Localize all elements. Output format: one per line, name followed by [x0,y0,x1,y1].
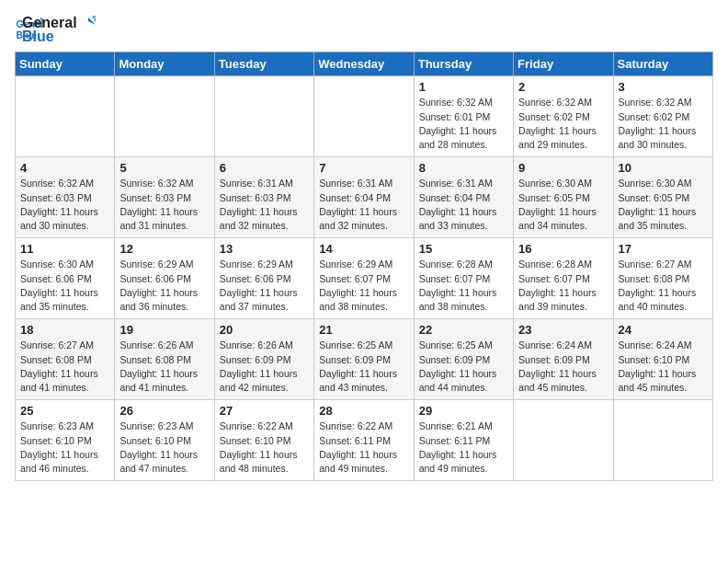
calendar-cell [115,76,214,157]
day-info: Sunrise: 6:32 AMSunset: 6:02 PMDaylight:… [619,96,708,152]
calendar-cell: 8Sunrise: 6:31 AMSunset: 6:04 PMDaylight… [414,157,513,238]
calendar-cell: 27Sunrise: 6:22 AMSunset: 6:10 PMDayligh… [214,400,313,481]
calendar-cell [314,76,414,157]
day-info: Sunrise: 6:30 AMSunset: 6:05 PMDaylight:… [518,177,608,233]
day-info: Sunrise: 6:30 AMSunset: 6:05 PMDaylight:… [619,177,708,233]
day-info: Sunrise: 6:23 AMSunset: 6:10 PMDaylight:… [20,419,109,476]
day-info: Sunrise: 6:28 AMSunset: 6:07 PMDaylight:… [518,258,608,314]
col-header-thursday: Thursday [414,52,513,76]
calendar-cell: 14Sunrise: 6:29 AMSunset: 6:07 PMDayligh… [314,238,414,319]
day-number: 4 [20,161,109,175]
day-info: Sunrise: 6:32 AMSunset: 6:02 PMDaylight:… [518,96,608,152]
day-info: Sunrise: 6:24 AMSunset: 6:09 PMDaylight:… [518,339,608,395]
calendar-cell: 13Sunrise: 6:29 AMSunset: 6:06 PMDayligh… [214,238,313,319]
day-number: 11 [20,242,109,256]
day-number: 1 [419,80,508,94]
calendar-cell: 15Sunrise: 6:28 AMSunset: 6:07 PMDayligh… [414,238,513,319]
calendar-cell: 11Sunrise: 6:30 AMSunset: 6:06 PMDayligh… [16,238,115,319]
day-info: Sunrise: 6:30 AMSunset: 6:06 PMDaylight:… [20,258,109,314]
col-header-wednesday: Wednesday [314,52,414,76]
calendar-cell [613,400,712,481]
day-info: Sunrise: 6:31 AMSunset: 6:04 PMDaylight:… [319,177,408,233]
logo: General Blue General Blue [15,15,97,44]
col-header-saturday: Saturday [613,52,712,76]
calendar-cell: 1Sunrise: 6:32 AMSunset: 6:01 PMDaylight… [414,76,513,157]
day-info: Sunrise: 6:22 AMSunset: 6:10 PMDaylight:… [220,419,309,476]
day-number: 17 [619,242,708,256]
calendar-cell: 3Sunrise: 6:32 AMSunset: 6:02 PMDaylight… [613,76,712,157]
calendar-cell: 20Sunrise: 6:26 AMSunset: 6:09 PMDayligh… [214,319,313,400]
day-number: 24 [619,323,708,337]
day-number: 5 [119,161,209,175]
calendar-cell: 24Sunrise: 6:24 AMSunset: 6:10 PMDayligh… [613,319,712,400]
calendar-cell: 9Sunrise: 6:30 AMSunset: 6:05 PMDaylight… [514,157,613,238]
day-info: Sunrise: 6:31 AMSunset: 6:04 PMDaylight:… [419,177,508,233]
day-number: 18 [20,323,109,337]
calendar-cell: 17Sunrise: 6:27 AMSunset: 6:08 PMDayligh… [613,238,712,319]
calendar-table: SundayMondayTuesdayWednesdayThursdayFrid… [15,52,713,481]
day-info: Sunrise: 6:31 AMSunset: 6:03 PMDaylight:… [220,177,309,233]
col-header-friday: Friday [514,52,613,76]
calendar-cell: 23Sunrise: 6:24 AMSunset: 6:09 PMDayligh… [514,319,613,400]
calendar-cell: 2Sunrise: 6:32 AMSunset: 6:02 PMDaylight… [514,76,613,157]
calendar-cell: 4Sunrise: 6:32 AMSunset: 6:03 PMDaylight… [16,157,115,238]
day-info: Sunrise: 6:25 AMSunset: 6:09 PMDaylight:… [419,339,508,395]
day-number: 16 [518,242,608,256]
day-info: Sunrise: 6:26 AMSunset: 6:09 PMDaylight:… [220,339,309,395]
day-info: Sunrise: 6:22 AMSunset: 6:11 PMDaylight:… [319,419,408,476]
day-number: 28 [319,404,408,418]
day-number: 22 [419,323,508,337]
day-number: 9 [518,161,608,175]
day-number: 14 [319,242,408,256]
calendar-cell: 6Sunrise: 6:31 AMSunset: 6:03 PMDaylight… [214,157,313,238]
day-number: 25 [20,404,109,418]
calendar-cell: 19Sunrise: 6:26 AMSunset: 6:08 PMDayligh… [115,319,214,400]
day-info: Sunrise: 6:32 AMSunset: 6:03 PMDaylight:… [20,177,109,233]
calendar-cell: 21Sunrise: 6:25 AMSunset: 6:09 PMDayligh… [314,319,414,400]
calendar-cell: 16Sunrise: 6:28 AMSunset: 6:07 PMDayligh… [514,238,613,319]
day-info: Sunrise: 6:28 AMSunset: 6:07 PMDaylight:… [419,258,508,314]
day-number: 6 [220,161,309,175]
calendar-cell: 28Sunrise: 6:22 AMSunset: 6:11 PMDayligh… [314,400,414,481]
calendar-cell: 26Sunrise: 6:23 AMSunset: 6:10 PMDayligh… [115,400,214,481]
day-info: Sunrise: 6:24 AMSunset: 6:10 PMDaylight:… [619,339,708,395]
calendar-cell [16,76,115,157]
day-number: 26 [119,404,209,418]
calendar-cell: 22Sunrise: 6:25 AMSunset: 6:09 PMDayligh… [414,319,513,400]
day-number: 12 [119,242,209,256]
day-info: Sunrise: 6:27 AMSunset: 6:08 PMDaylight:… [619,258,708,314]
day-number: 19 [119,323,209,337]
day-number: 7 [319,161,408,175]
calendar-cell: 10Sunrise: 6:30 AMSunset: 6:05 PMDayligh… [613,157,712,238]
col-header-monday: Monday [115,52,214,76]
day-info: Sunrise: 6:21 AMSunset: 6:11 PMDaylight:… [419,419,508,476]
day-number: 3 [619,80,708,94]
day-number: 21 [319,323,408,337]
calendar-cell: 7Sunrise: 6:31 AMSunset: 6:04 PMDaylight… [314,157,414,238]
day-number: 10 [619,161,708,175]
day-info: Sunrise: 6:32 AMSunset: 6:01 PMDaylight:… [419,96,508,152]
calendar-cell: 18Sunrise: 6:27 AMSunset: 6:08 PMDayligh… [16,319,115,400]
day-info: Sunrise: 6:27 AMSunset: 6:08 PMDaylight:… [20,339,109,395]
col-header-sunday: Sunday [16,52,115,76]
col-header-tuesday: Tuesday [214,52,313,76]
calendar-cell: 12Sunrise: 6:29 AMSunset: 6:06 PMDayligh… [115,238,214,319]
calendar-cell [514,400,613,481]
day-info: Sunrise: 6:29 AMSunset: 6:07 PMDaylight:… [319,258,408,314]
day-info: Sunrise: 6:26 AMSunset: 6:08 PMDaylight:… [119,339,209,395]
calendar-cell: 5Sunrise: 6:32 AMSunset: 6:03 PMDaylight… [115,157,214,238]
day-number: 15 [419,242,508,256]
day-number: 20 [220,323,309,337]
day-info: Sunrise: 6:23 AMSunset: 6:10 PMDaylight:… [119,419,209,476]
day-number: 2 [518,80,608,94]
day-info: Sunrise: 6:25 AMSunset: 6:09 PMDaylight:… [319,339,408,395]
page-header: General Blue General Blue [15,15,713,44]
day-info: Sunrise: 6:29 AMSunset: 6:06 PMDaylight:… [119,258,209,314]
day-number: 13 [220,242,309,256]
calendar-cell: 25Sunrise: 6:23 AMSunset: 6:10 PMDayligh… [16,400,115,481]
day-number: 27 [220,404,309,418]
day-number: 29 [419,404,508,418]
day-number: 23 [518,323,608,337]
day-number: 8 [419,161,508,175]
calendar-cell [214,76,313,157]
